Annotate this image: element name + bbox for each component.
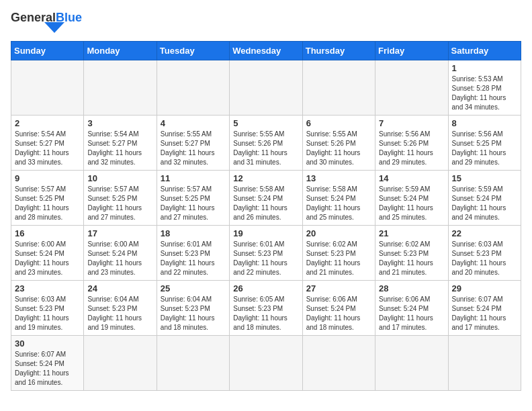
calendar-cell: 18Sunrise: 6:01 AMSunset: 5:23 PMDayligh…: [157, 226, 229, 281]
day-number: 13: [306, 173, 371, 183]
calendar-cell: [230, 336, 302, 391]
calendar-cell: 14Sunrise: 5:59 AMSunset: 5:24 PMDayligh…: [375, 171, 448, 226]
calendar-cell: 17Sunrise: 6:00 AMSunset: 5:24 PMDayligh…: [84, 226, 157, 281]
calendar-cell: 21Sunrise: 6:02 AMSunset: 5:23 PMDayligh…: [375, 226, 448, 281]
calendar-cell: 1Sunrise: 5:53 AMSunset: 5:28 PMDaylight…: [448, 60, 521, 116]
day-number: 25: [161, 283, 226, 293]
calendar-cell: 5Sunrise: 5:55 AMSunset: 5:26 PMDaylight…: [230, 116, 302, 171]
day-number: 23: [15, 283, 80, 293]
calendar-cell: [230, 60, 302, 116]
calendar-cell: 13Sunrise: 5:58 AMSunset: 5:24 PMDayligh…: [302, 171, 375, 226]
day-number: 17: [87, 228, 152, 238]
day-number: 5: [233, 118, 298, 128]
day-info: Sunrise: 5:54 AMSunset: 5:27 PMDaylight:…: [15, 130, 80, 167]
calendar-week-3: 16Sunrise: 6:00 AMSunset: 5:24 PMDayligh…: [11, 226, 521, 281]
calendar-week-5: 30Sunrise: 6:07 AMSunset: 5:24 PMDayligh…: [11, 336, 521, 391]
day-info: Sunrise: 6:03 AMSunset: 5:23 PMDaylight:…: [15, 295, 80, 332]
calendar-cell: 12Sunrise: 5:58 AMSunset: 5:24 PMDayligh…: [230, 171, 302, 226]
day-info: Sunrise: 5:58 AMSunset: 5:24 PMDaylight:…: [233, 185, 298, 222]
calendar-cell: 25Sunrise: 6:04 AMSunset: 5:23 PMDayligh…: [157, 281, 229, 336]
svg-marker-0: [44, 22, 64, 33]
calendar-cell: 27Sunrise: 6:06 AMSunset: 5:24 PMDayligh…: [302, 281, 375, 336]
calendar-cell: 2Sunrise: 5:54 AMSunset: 5:27 PMDaylight…: [11, 116, 84, 171]
day-info: Sunrise: 5:59 AMSunset: 5:24 PMDaylight:…: [379, 185, 444, 222]
calendar-cell: 3Sunrise: 5:54 AMSunset: 5:27 PMDaylight…: [84, 116, 157, 171]
day-info: Sunrise: 5:53 AMSunset: 5:28 PMDaylight:…: [452, 75, 517, 112]
day-info: Sunrise: 6:06 AMSunset: 5:24 PMDaylight:…: [379, 295, 444, 332]
header-thursday: Thursday: [302, 42, 375, 60]
calendar-cell: 19Sunrise: 6:01 AMSunset: 5:23 PMDayligh…: [230, 226, 302, 281]
calendar-cell: [84, 336, 157, 391]
day-number: 24: [87, 283, 152, 293]
day-number: 7: [379, 118, 444, 128]
calendar-week-0: 1Sunrise: 5:53 AMSunset: 5:28 PMDaylight…: [11, 60, 521, 116]
day-info: Sunrise: 5:55 AMSunset: 5:27 PMDaylight:…: [161, 130, 226, 167]
day-info: Sunrise: 6:00 AMSunset: 5:24 PMDaylight:…: [87, 240, 152, 277]
day-info: Sunrise: 6:06 AMSunset: 5:24 PMDaylight:…: [306, 295, 371, 332]
calendar-cell: [375, 336, 448, 391]
calendar-cell: [11, 60, 84, 116]
day-number: 18: [161, 228, 226, 238]
day-number: 2: [15, 118, 80, 128]
day-info: Sunrise: 6:01 AMSunset: 5:23 PMDaylight:…: [161, 240, 226, 277]
header-friday: Friday: [375, 42, 448, 60]
calendar-cell: [84, 60, 157, 116]
day-info: Sunrise: 6:04 AMSunset: 5:23 PMDaylight:…: [87, 295, 152, 332]
day-number: 20: [306, 228, 371, 238]
calendar-cell: 29Sunrise: 6:07 AMSunset: 5:24 PMDayligh…: [448, 281, 521, 336]
day-info: Sunrise: 5:54 AMSunset: 5:27 PMDaylight:…: [87, 130, 152, 167]
calendar-cell: 7Sunrise: 5:56 AMSunset: 5:26 PMDaylight…: [375, 116, 448, 171]
calendar-cell: 23Sunrise: 6:03 AMSunset: 5:23 PMDayligh…: [11, 281, 84, 336]
day-number: 12: [233, 173, 298, 183]
calendar-cell: [302, 336, 375, 391]
day-info: Sunrise: 5:57 AMSunset: 5:25 PMDaylight:…: [87, 185, 152, 222]
calendar-cell: 9Sunrise: 5:57 AMSunset: 5:25 PMDaylight…: [11, 171, 84, 226]
day-info: Sunrise: 5:57 AMSunset: 5:25 PMDaylight:…: [15, 185, 80, 222]
day-number: 30: [15, 338, 80, 349]
calendar-cell: 4Sunrise: 5:55 AMSunset: 5:27 PMDaylight…: [157, 116, 229, 171]
day-info: Sunrise: 6:05 AMSunset: 5:23 PMDaylight:…: [233, 295, 298, 332]
day-number: 28: [379, 283, 444, 293]
logo: General Blue: [11, 11, 82, 33]
calendar-cell: 11Sunrise: 5:57 AMSunset: 5:25 PMDayligh…: [157, 171, 229, 226]
calendar-cell: [375, 60, 448, 116]
header-monday: Monday: [84, 42, 157, 60]
calendar-cell: 26Sunrise: 6:05 AMSunset: 5:23 PMDayligh…: [230, 281, 302, 336]
day-info: Sunrise: 6:02 AMSunset: 5:23 PMDaylight:…: [379, 240, 444, 277]
header-sunday: Sunday: [11, 42, 84, 60]
day-number: 27: [306, 283, 371, 293]
day-number: 11: [161, 173, 226, 183]
day-number: 10: [87, 173, 152, 183]
calendar: SundayMondayTuesdayWednesdayThursdayFrid…: [11, 41, 521, 391]
day-info: Sunrise: 5:55 AMSunset: 5:26 PMDaylight:…: [233, 130, 298, 167]
day-info: Sunrise: 6:03 AMSunset: 5:23 PMDaylight:…: [452, 240, 517, 277]
day-info: Sunrise: 5:56 AMSunset: 5:26 PMDaylight:…: [379, 130, 444, 167]
calendar-cell: 15Sunrise: 5:59 AMSunset: 5:24 PMDayligh…: [448, 171, 521, 226]
calendar-cell: 16Sunrise: 6:00 AMSunset: 5:24 PMDayligh…: [11, 226, 84, 281]
day-number: 1: [452, 63, 517, 73]
logo-triangle-icon: [44, 22, 64, 33]
day-number: 14: [379, 173, 444, 183]
header: General Blue: [11, 11, 521, 33]
day-number: 15: [452, 173, 517, 183]
day-number: 22: [452, 228, 517, 238]
day-number: 21: [379, 228, 444, 238]
calendar-cell: [157, 60, 229, 116]
day-info: Sunrise: 6:00 AMSunset: 5:24 PMDaylight:…: [15, 240, 80, 277]
calendar-cell: 10Sunrise: 5:57 AMSunset: 5:25 PMDayligh…: [84, 171, 157, 226]
day-number: 6: [306, 118, 371, 128]
day-info: Sunrise: 6:02 AMSunset: 5:23 PMDaylight:…: [306, 240, 371, 277]
day-number: 3: [87, 118, 152, 128]
day-info: Sunrise: 5:59 AMSunset: 5:24 PMDaylight:…: [452, 185, 517, 222]
calendar-cell: 6Sunrise: 5:55 AMSunset: 5:26 PMDaylight…: [302, 116, 375, 171]
day-info: Sunrise: 5:58 AMSunset: 5:24 PMDaylight:…: [306, 185, 371, 222]
day-number: 29: [452, 283, 517, 293]
calendar-cell: [302, 60, 375, 116]
day-info: Sunrise: 6:01 AMSunset: 5:23 PMDaylight:…: [233, 240, 298, 277]
day-number: 16: [15, 228, 80, 238]
calendar-cell: 20Sunrise: 6:02 AMSunset: 5:23 PMDayligh…: [302, 226, 375, 281]
calendar-week-4: 23Sunrise: 6:03 AMSunset: 5:23 PMDayligh…: [11, 281, 521, 336]
calendar-cell: 22Sunrise: 6:03 AMSunset: 5:23 PMDayligh…: [448, 226, 521, 281]
day-number: 19: [233, 228, 298, 238]
calendar-week-1: 2Sunrise: 5:54 AMSunset: 5:27 PMDaylight…: [11, 116, 521, 171]
